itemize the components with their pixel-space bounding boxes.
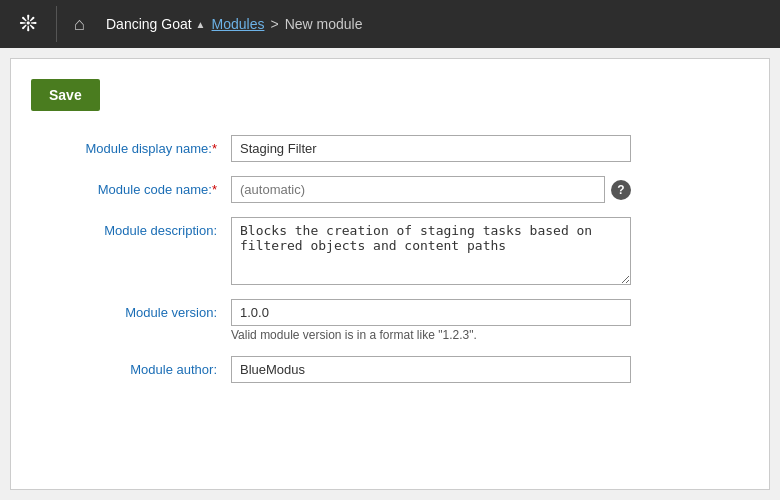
- display-name-field: [231, 135, 631, 162]
- home-icon[interactable]: ⌂: [56, 6, 92, 42]
- content-area: Save Module display name:* Module code n…: [10, 58, 770, 490]
- dropdown-arrow-icon: ▲: [196, 19, 206, 30]
- form-row-author: Module author:: [31, 356, 749, 383]
- current-page-label: New module: [285, 16, 363, 32]
- code-name-label: Module code name:*: [31, 176, 231, 197]
- form-row-code-name: Module code name:* ?: [31, 176, 749, 203]
- form-row-description: Module description: Blocks the creation …: [31, 217, 749, 285]
- description-label: Module description:: [31, 217, 231, 238]
- version-input[interactable]: [231, 299, 631, 326]
- form-row-display-name: Module display name:*: [31, 135, 749, 162]
- form-row-version: Module version: Valid module version is …: [31, 299, 749, 342]
- code-name-help-icon[interactable]: ?: [611, 180, 631, 200]
- code-name-field: ?: [231, 176, 631, 203]
- site-name[interactable]: Dancing Goat ▲: [106, 16, 206, 32]
- author-input[interactable]: [231, 356, 631, 383]
- display-name-input[interactable]: [231, 135, 631, 162]
- description-textarea[interactable]: Blocks the creation of staging tasks bas…: [231, 217, 631, 285]
- breadcrumb-separator: >: [270, 16, 278, 32]
- description-field: Blocks the creation of staging tasks bas…: [231, 217, 631, 285]
- breadcrumb: Dancing Goat ▲ Modules > New module: [106, 16, 362, 32]
- snowflake-icon[interactable]: ❊: [10, 6, 46, 42]
- author-field: [231, 356, 631, 383]
- version-field-col: Valid module version is in a format like…: [231, 299, 631, 342]
- modules-breadcrumb-link[interactable]: Modules: [212, 16, 265, 32]
- version-label: Module version:: [31, 299, 231, 320]
- version-hint: Valid module version is in a format like…: [231, 328, 631, 342]
- code-name-input[interactable]: [231, 176, 605, 203]
- author-label: Module author:: [31, 356, 231, 377]
- topbar: ❊ ⌂ Dancing Goat ▲ Modules > New module: [0, 0, 780, 48]
- save-button[interactable]: Save: [31, 79, 100, 111]
- display-name-label: Module display name:*: [31, 135, 231, 156]
